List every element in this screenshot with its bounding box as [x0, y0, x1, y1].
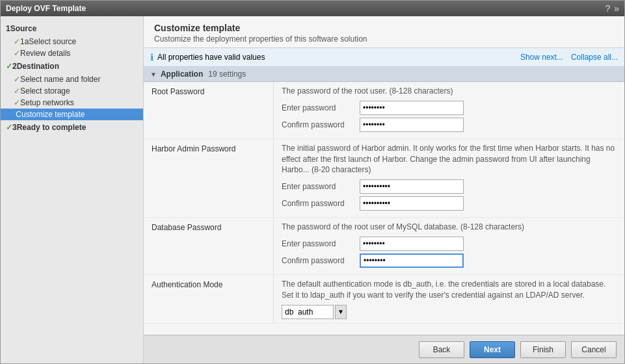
footer: Back Next Finish Cancel [144, 335, 624, 363]
harbor-password-row: Harbor Admin Password The initial passwo… [144, 139, 624, 218]
application-section-header[interactable]: ▼ Application 19 settings [144, 67, 624, 82]
main-content: 1 Source ✓ 1a Select source ✓ Review det… [1, 16, 624, 363]
db-confirm-row: Confirm password [282, 254, 617, 268]
titlebar: Deploy OVF Template ? » [1, 1, 624, 16]
db-enter-row: Enter password [282, 237, 617, 251]
panel-subtitle: Customize the deployment properties of t… [154, 34, 614, 44]
root-enter-label: Enter password [282, 103, 360, 112]
properties-bar-actions: Show next... Collapse all... [520, 53, 618, 62]
scrollable-content: ▼ Application 19 settings Root Password … [144, 67, 624, 335]
panel-title: Customize template [154, 23, 614, 33]
show-next-link[interactable]: Show next... [520, 53, 563, 62]
db-enter-label: Enter password [282, 239, 360, 248]
sidebar: 1 Source ✓ 1a Select source ✓ Review det… [1, 16, 144, 363]
harbor-enter-label: Enter password [282, 182, 360, 191]
sidebar-section-source: 1 Source [1, 21, 143, 36]
properties-info-text: All properties have valid values [157, 53, 265, 62]
harbor-enter-row: Enter password [282, 179, 617, 194]
sidebar-label-1a-text: Select source [29, 37, 76, 46]
root-password-row: Root Password The password of the root u… [144, 82, 624, 139]
sidebar-section-destination: ✓ 2 Destination [1, 59, 143, 73]
dest-number: 2 [12, 62, 17, 71]
sidebar-item-1a[interactable]: ✓ 1a Select source [1, 36, 143, 47]
collapse-all-link[interactable]: Collapse all... [571, 53, 618, 62]
properties-bar: ℹ All properties have valid values Show … [144, 48, 624, 67]
db-enter-input[interactable] [360, 237, 464, 251]
right-panel: Customize template Customize the deploym… [144, 16, 624, 363]
root-enter-input[interactable] [360, 101, 464, 115]
harbor-password-desc: The initial password of Harbor admin. It… [282, 143, 617, 176]
next-button[interactable]: Next [470, 341, 515, 358]
check-ready-icon: ✓ [6, 123, 12, 132]
check-1a-icon: ✓ [14, 37, 20, 46]
auth-mode-label: Authentication Mode [144, 275, 274, 323]
root-confirm-input[interactable] [360, 118, 464, 132]
auth-mode-dropdown-btn[interactable]: ▼ [335, 305, 347, 319]
sidebar-label-2c-text: Setup networks [20, 98, 74, 107]
database-password-desc: The password of the root user of MySQL d… [282, 222, 617, 233]
database-password-label: Database Password [144, 218, 274, 274]
cancel-button[interactable]: Cancel [571, 341, 617, 358]
finish-button[interactable]: Finish [520, 341, 566, 358]
sidebar-label-2b-text: Select storage [20, 86, 70, 96]
auth-mode-row: Authentication Mode The default authenti… [144, 275, 624, 324]
deploy-ovf-window: Deploy OVF Template ? » 1 Source ✓ 1a Se… [0, 0, 625, 364]
check-2b-icon: ✓ [14, 86, 20, 96]
auth-mode-desc: The default authentication mode is db_au… [282, 279, 617, 301]
sidebar-item-2c[interactable]: ✓ Setup networks [1, 97, 143, 109]
database-password-value: The password of the root user of MySQL d… [274, 218, 624, 274]
db-confirm-input[interactable] [360, 254, 464, 268]
help-icon[interactable]: ? [605, 3, 610, 14]
content-scroll-area: ▼ Application 19 settings Root Password … [144, 67, 624, 335]
harbor-confirm-input[interactable] [360, 196, 464, 211]
db-confirm-label: Confirm password [282, 256, 360, 265]
section-name: Application [161, 70, 203, 79]
section-count: 19 settings [208, 70, 246, 79]
info-icon: ℹ [150, 52, 153, 62]
window-title: Deploy OVF Template [6, 4, 86, 13]
back-button[interactable]: Back [419, 341, 464, 358]
check-2c-icon: ✓ [14, 98, 20, 107]
source-label: Source [10, 24, 37, 33]
ready-label: Ready to complete [17, 123, 86, 132]
dest-label: Destination [17, 62, 59, 71]
harbor-password-value: The initial password of Harbor admin. It… [274, 139, 624, 217]
harbor-password-label: Harbor Admin Password [144, 139, 274, 217]
sidebar-item-2a[interactable]: ✓ Select name and folder [1, 73, 143, 85]
sidebar-item-2b[interactable]: ✓ Select storage [1, 85, 143, 97]
source-number: 1 [6, 24, 10, 33]
expand-icon[interactable]: » [614, 3, 619, 14]
check-2a-icon: ✓ [14, 75, 20, 84]
sidebar-label-1a: 1a [20, 37, 29, 46]
sidebar-label-2d-text: Customize template [16, 110, 85, 119]
auth-mode-input[interactable] [282, 305, 334, 319]
auth-mode-value: The default authentication mode is db_au… [274, 275, 624, 323]
sidebar-label-2a-text: Select name and folder [20, 75, 100, 84]
harbor-confirm-label: Confirm password [282, 199, 360, 208]
properties-info: ℹ All properties have valid values [150, 52, 265, 62]
root-password-label: Root Password [144, 82, 274, 138]
sidebar-label-1b-text: Review details [20, 49, 70, 58]
root-confirm-label: Confirm password [282, 120, 360, 129]
ready-number: 3 [12, 123, 17, 132]
titlebar-icons: ? » [605, 3, 619, 14]
root-password-value: The password of the root user. (8-128 ch… [274, 82, 624, 138]
root-confirm-row: Confirm password [282, 118, 617, 132]
sidebar-item-2d[interactable]: Customize template [1, 109, 143, 120]
check-dest-icon: ✓ [6, 62, 12, 71]
root-enter-row: Enter password [282, 101, 617, 115]
panel-header: Customize template Customize the deploym… [144, 16, 624, 48]
auth-mode-dropdown-wrapper: ▼ [282, 305, 617, 319]
check-1b-icon: ✓ [14, 49, 20, 58]
database-password-row: Database Password The password of the ro… [144, 218, 624, 275]
harbor-confirm-row: Confirm password [282, 196, 617, 211]
sidebar-item-1b[interactable]: ✓ Review details [1, 47, 143, 59]
sidebar-section-ready: ✓ 3 Ready to complete [1, 120, 143, 135]
root-password-desc: The password of the root user. (8-128 ch… [282, 86, 617, 97]
harbor-enter-input[interactable] [360, 179, 464, 194]
toggle-icon: ▼ [150, 71, 157, 78]
